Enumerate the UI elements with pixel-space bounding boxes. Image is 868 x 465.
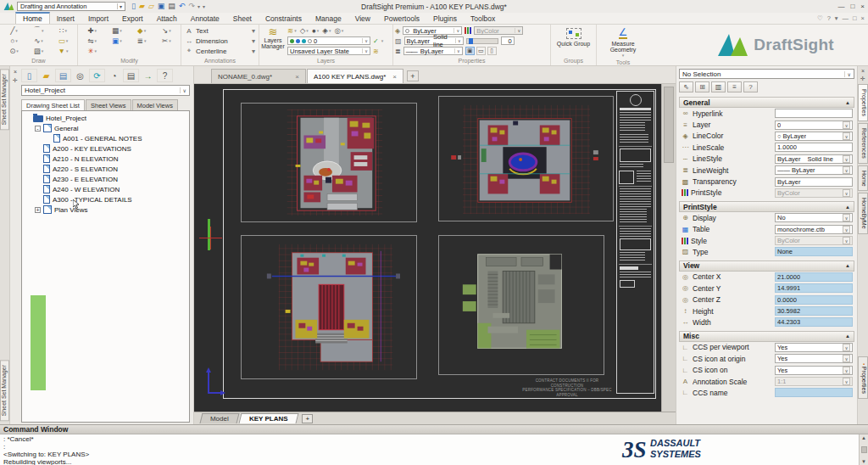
quick-access-button[interactable]: ▱ [148, 3, 154, 10]
heart-icon[interactable]: ♡ [817, 14, 823, 22]
sheet-set-select[interactable]: Hotel_Project∨ [21, 85, 190, 96]
quick-access-button[interactable]: ▣ [158, 3, 165, 10]
draw-tool-button[interactable]: ▼▾ [51, 47, 75, 55]
modify-tool-button[interactable]: ✳▾ [80, 47, 104, 55]
properties-toolbar-button[interactable]: ⇖ [679, 81, 693, 92]
selection-filter-select[interactable]: No Selection∨ [679, 69, 854, 79]
layers-manager-button[interactable]: ≋Layers Manager [261, 25, 285, 57]
tree-expander-icon[interactable]: - [35, 126, 41, 132]
layer-state-select[interactable]: Unsaved Layer State∨ [287, 47, 370, 55]
tree-item[interactable]: A200 - KEY ELEVATIONS [22, 143, 189, 154]
annotation-tool-button[interactable]: AText▾ [183, 27, 257, 35]
caret-down-icon[interactable]: ▾ [329, 28, 331, 33]
vertical-scrollbar[interactable] [661, 84, 676, 412]
draw-tool-button[interactable]: ○▾ [2, 36, 26, 45]
viewport-top-right-plan[interactable] [438, 96, 614, 221]
active-layer-select[interactable]: 0 ∨ [287, 36, 370, 45]
layout-tab[interactable]: Model [200, 413, 240, 423]
sheet-set-toolbar-button[interactable]: ⟳ [89, 69, 105, 82]
draw-tool-button[interactable]: ∿▾ [26, 36, 51, 45]
viewport-top-left-plan[interactable] [241, 103, 417, 222]
document-tab[interactable]: A100 KEY PLANS.dwg*× [307, 69, 403, 83]
transparency-slider[interactable] [466, 38, 498, 44]
measure-geometry-button[interactable]: ∠Measure Geometry▾ [598, 25, 648, 59]
caret-down-icon[interactable]: ▾ [64, 28, 67, 33]
sheet-set-tab[interactable]: Model Views [132, 99, 178, 110]
sheet-set-toolbar-button[interactable]: ▤ [123, 69, 139, 82]
tree-item[interactable]: A220 - S ELEVATION [22, 164, 189, 174]
caret-down-icon[interactable]: ▾ [15, 38, 18, 43]
scroll-up-icon[interactable]: ▲ [861, 435, 866, 440]
property-value[interactable]: Yes∨ [775, 343, 853, 352]
viewport-bottom-left-plan[interactable] [241, 235, 417, 379]
property-value[interactable]: None∨ [775, 247, 853, 256]
caret-down-icon[interactable]: ▾ [120, 38, 122, 43]
undo-history-caret-icon[interactable]: ▾ [198, 3, 200, 9]
property-value[interactable]: —— ByLayer∨ [775, 165, 853, 175]
ribbon-tab[interactable]: Import [81, 14, 115, 24]
ribbon-tab[interactable]: Annotate [184, 14, 226, 24]
quick-group-button[interactable]: Quick Group [553, 25, 594, 57]
tree-item[interactable]: A210 - N ELEVATION [22, 154, 189, 164]
draw-tool-button[interactable]: ▭▾ [51, 36, 75, 45]
doc-restore-icon[interactable]: □ [853, 14, 857, 22]
dropdown-arrow-icon[interactable]: ∨ [843, 166, 850, 174]
property-value[interactable]: Yes∨ [775, 354, 853, 363]
property-value[interactable]: 44.2303∨ [775, 317, 853, 327]
collapse-icon[interactable]: ▲ [845, 333, 850, 339]
caret-down-icon[interactable]: ▾ [144, 38, 147, 43]
caret-down-icon[interactable]: ▾ [306, 28, 309, 33]
sheet-set-toolbar-button[interactable]: ◎ [72, 69, 88, 82]
modify-tool-button[interactable]: ◆▾ [130, 26, 154, 35]
close-tab-icon[interactable]: × [392, 73, 397, 81]
ribbon-tab[interactable]: Powertools [377, 14, 426, 24]
quick-access-button[interactable]: ↶ [179, 3, 186, 10]
dropdown-arrow-icon[interactable]: ∨ [843, 237, 850, 244]
modify-tool-button[interactable]: ✂▾ [154, 36, 179, 45]
caret-down-icon[interactable]: ▾ [169, 38, 171, 43]
transparency-value[interactable]: 0 [501, 36, 515, 45]
tree-expander-icon[interactable]: + [35, 207, 41, 213]
ribbon-tab[interactable]: Export [115, 14, 150, 24]
annotation-tool-button[interactable]: ⌖Centerline▾ [183, 47, 257, 55]
caret-down-icon[interactable]: ▾ [16, 48, 19, 53]
sheet-set-toolbar-button[interactable]: ▰ [38, 69, 54, 82]
ribbon-tab[interactable]: Plugins [426, 14, 464, 24]
property-value[interactable]: ByLayerSolid line∨ [775, 154, 853, 164]
draw-tool-button[interactable]: ∷▾ [51, 26, 75, 35]
dropdown-arrow-icon[interactable]: ∨ [843, 367, 850, 374]
caret-down-icon[interactable]: ▾ [294, 28, 297, 33]
tree-item[interactable]: A300 - TYPICAL DETAILS [22, 194, 189, 204]
layout-tab[interactable]: KEY PLANS [238, 413, 298, 423]
restore-icon[interactable]: □ [850, 3, 854, 10]
modify-tool-button[interactable]: ✚▾ [80, 26, 104, 35]
property-value[interactable]: 0.0000∨ [775, 295, 853, 305]
lineweight-select[interactable]: ——ByLayer∨ [403, 47, 463, 55]
doc-minimize-icon[interactable]: — [843, 14, 849, 22]
modify-tool-button[interactable]: ⇋▾ [80, 36, 104, 45]
draw-tool-button[interactable]: ▨▾ [26, 47, 51, 55]
property-value[interactable]: 1.0000∨ [775, 143, 853, 152]
new-layout-button[interactable]: + [302, 414, 313, 423]
property-value[interactable]: No∨ [775, 213, 853, 222]
check-icon[interactable]: ✓ [373, 37, 379, 45]
help-icon[interactable]: ? [827, 14, 831, 22]
section-header-general[interactable]: General▲ [679, 97, 854, 108]
document-tab[interactable]: NONAME_0.dwg*× [211, 69, 306, 83]
modify-tool-button[interactable]: ▣▾ [104, 36, 129, 45]
draw-tool-button[interactable]: ╱▾ [2, 26, 26, 35]
layer-tool-button[interactable]: ◎▾ [334, 26, 343, 35]
collapse-icon[interactable]: ▲ [845, 263, 850, 268]
copy-properties-icon[interactable]: ▭ [476, 47, 486, 55]
property-value[interactable]: ByLayer∨ [775, 177, 853, 187]
property-value[interactable]: 0∨ [775, 120, 853, 130]
caret-down-icon[interactable]: ▾ [94, 38, 97, 43]
tree-item[interactable]: A230 - E ELEVATION [22, 174, 189, 184]
caret-down-icon[interactable]: ▾ [317, 28, 320, 33]
caret-down-icon[interactable]: ▾ [381, 38, 384, 43]
sheet-set-toolbar-button[interactable]: ? [157, 69, 173, 82]
modify-tool-button[interactable]: ▦▾ [104, 26, 129, 35]
layer-tool-button[interactable]: ◈▾ [322, 26, 331, 35]
property-value[interactable]: ByColor∨ [775, 188, 853, 198]
caret-down-icon[interactable]: ▾ [252, 27, 255, 35]
